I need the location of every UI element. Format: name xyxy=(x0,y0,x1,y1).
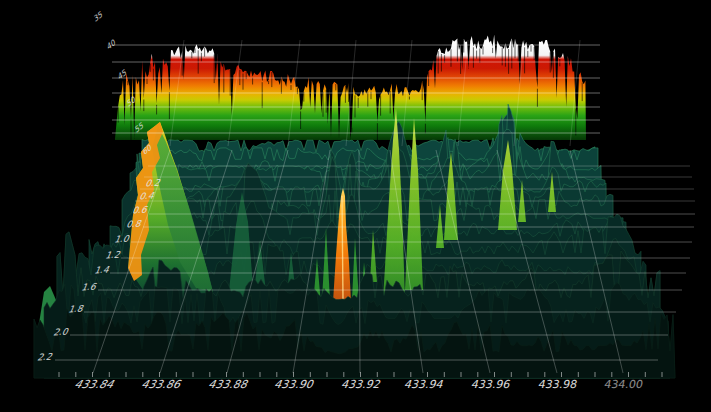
freq-tick-label: 433.98 xyxy=(537,378,577,391)
freq-tick-label: 433.94 xyxy=(404,378,444,391)
freq-tick-label: 433.92 xyxy=(340,378,381,391)
freq-tick-label: 433.90 xyxy=(273,378,314,391)
freq-tick-label: 434.00 xyxy=(603,378,643,391)
frequency-axis-labels: 433.84433.86433.88433.90433.92433.94433.… xyxy=(73,378,644,391)
center-spike-core xyxy=(342,196,343,300)
spectrum-analyzer-3d-view: 354045505560 0.20.40.60.81.01.21.41.61.8… xyxy=(0,0,711,412)
freq-tick-label: 433.86 xyxy=(140,378,182,391)
freq-tick-label: 433.84 xyxy=(73,378,116,391)
freq-tick-label: 433.88 xyxy=(207,378,249,391)
freq-tick-label: 433.96 xyxy=(471,378,511,391)
3d-spectrum-plot: 354045505560 0.20.40.60.81.01.21.41.61.8… xyxy=(0,0,711,412)
